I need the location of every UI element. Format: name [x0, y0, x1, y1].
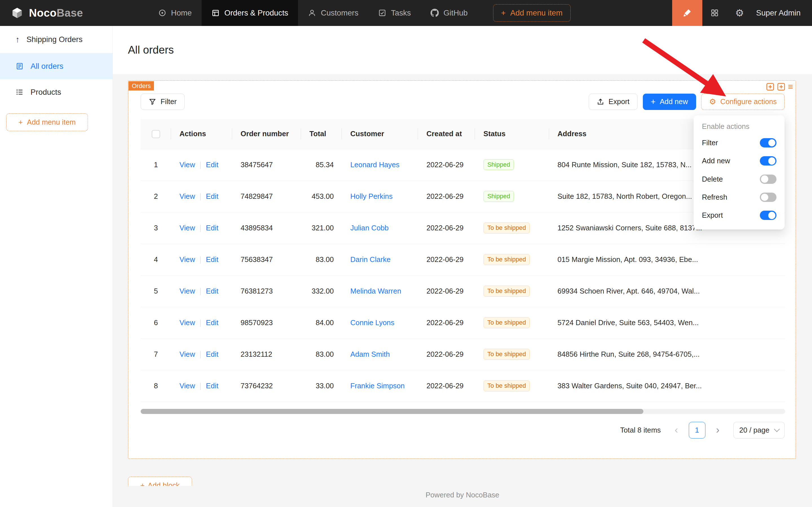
- enable-action-refresh[interactable]: Refresh: [702, 188, 777, 206]
- add-new-button[interactable]: + Add new: [643, 94, 696, 110]
- created-at-cell: 2022-06-29: [418, 180, 475, 212]
- table-row: 3 ViewEdit 43895834 321.00 Julian Cobb 2…: [141, 212, 786, 244]
- enable-action-filter[interactable]: Filter: [702, 134, 777, 152]
- action-divider: [200, 383, 201, 390]
- filter-toggle[interactable]: [760, 138, 776, 148]
- apps-grid-icon: [710, 9, 719, 17]
- add-block-below-icon[interactable]: [777, 82, 785, 91]
- customer-link[interactable]: Connie Lyons: [350, 319, 395, 327]
- add-menu-item-button-topnav[interactable]: + Add menu item: [493, 4, 571, 22]
- home-icon: [158, 9, 166, 17]
- edit-link[interactable]: Edit: [206, 319, 218, 327]
- plus-icon: +: [19, 118, 23, 126]
- customer-cell: Holly Perkins: [342, 180, 418, 212]
- row-index: 8: [141, 370, 171, 401]
- export-button[interactable]: Export: [589, 94, 638, 110]
- created-at-cell: 2022-06-29: [418, 212, 475, 244]
- view-link[interactable]: View: [179, 161, 195, 169]
- created-at-cell: 2022-06-29: [418, 338, 475, 370]
- nav-item-home[interactable]: Home: [148, 0, 201, 26]
- customer-link[interactable]: Adam Smith: [350, 350, 390, 358]
- view-link[interactable]: View: [179, 256, 195, 263]
- customer-link[interactable]: Julian Cobb: [350, 224, 389, 232]
- select-all-checkbox[interactable]: [152, 130, 160, 138]
- nav-item-customers[interactable]: Customers: [298, 0, 368, 26]
- customer-cell: Julian Cobb: [342, 212, 418, 244]
- table-row: 1 ViewEdit 38475647 85.34 Leonard Hayes …: [141, 149, 786, 180]
- sidebar-item-shipping-orders[interactable]: ↑ Shipping Orders: [0, 26, 113, 53]
- sidebar: ↑ Shipping Orders All orders Products + …: [0, 26, 113, 507]
- chevron-left-icon: ‹: [675, 424, 678, 436]
- row-index: 6: [141, 307, 171, 338]
- plugin-manager-button[interactable]: [702, 0, 727, 26]
- edit-link[interactable]: Edit: [206, 287, 218, 295]
- view-link[interactable]: View: [179, 382, 195, 390]
- page-number-button[interactable]: 1: [689, 422, 705, 439]
- edit-link[interactable]: Edit: [206, 256, 218, 263]
- settings-button[interactable]: ⚙: [727, 0, 752, 26]
- edit-link[interactable]: Edit: [206, 224, 218, 232]
- view-link[interactable]: View: [179, 350, 195, 358]
- customer-link[interactable]: Leonard Hayes: [350, 161, 400, 169]
- delete-toggle[interactable]: [760, 175, 776, 184]
- drag-handle-icon[interactable]: ≡: [788, 82, 793, 91]
- customer-cell: Melinda Warren: [342, 275, 418, 307]
- edit-link[interactable]: Edit: [206, 192, 218, 200]
- filter-button[interactable]: Filter: [141, 94, 185, 110]
- created-at-cell: 2022-06-29: [418, 149, 475, 180]
- customer-link[interactable]: Melinda Warren: [350, 287, 401, 295]
- status-tag: To be shipped: [483, 286, 530, 297]
- orders-products-icon: [212, 9, 220, 17]
- add-new-toggle[interactable]: [760, 156, 776, 166]
- edit-link[interactable]: Edit: [206, 350, 218, 358]
- list-icon: [15, 88, 24, 96]
- customer-link[interactable]: Frankie Simpson: [350, 382, 405, 390]
- refresh-toggle[interactable]: [760, 192, 776, 202]
- export-toggle[interactable]: [760, 211, 776, 220]
- add-block-above-icon[interactable]: [766, 82, 774, 91]
- nocobase-logo[interactable]: NocoBase: [0, 0, 93, 26]
- view-link[interactable]: View: [179, 319, 195, 327]
- sidebar-item-all-orders[interactable]: All orders: [0, 53, 113, 79]
- enable-action-add-new[interactable]: Add new: [702, 152, 777, 170]
- enable-action-export[interactable]: Export: [702, 207, 777, 224]
- total-cell: 332.00: [301, 275, 342, 307]
- enable-action-delete[interactable]: Delete: [702, 170, 777, 188]
- customer-link[interactable]: Darin Clarke: [350, 256, 391, 263]
- add-block-button[interactable]: + Add block: [128, 476, 192, 486]
- nav-item-orders-products[interactable]: Orders & Products: [201, 0, 298, 26]
- view-link[interactable]: View: [179, 224, 195, 232]
- created-at-cell: 2022-06-29: [418, 275, 475, 307]
- page-size-select[interactable]: 20 / page: [733, 422, 785, 439]
- customer-link[interactable]: Holly Perkins: [350, 192, 393, 200]
- nav-item-tasks[interactable]: Tasks: [368, 0, 421, 26]
- row-index: 7: [141, 338, 171, 370]
- scrollbar-thumb[interactable]: [141, 409, 644, 414]
- column-header-order-number: Order number: [232, 119, 301, 149]
- sidebar-item-products[interactable]: Products: [0, 79, 113, 105]
- status-cell: Shipped: [475, 149, 549, 180]
- created-at-cell: 2022-06-29: [418, 307, 475, 338]
- edit-link[interactable]: Edit: [206, 161, 218, 169]
- edit-link[interactable]: Edit: [206, 382, 218, 390]
- status-tag: To be shipped: [483, 317, 530, 328]
- add-menu-item-button-sidebar[interactable]: + Add menu item: [6, 113, 88, 131]
- ui-editor-button[interactable]: [672, 0, 702, 26]
- address-cell: 5724 Daniel Drive, Suite 563, 54403, Wen…: [549, 307, 786, 338]
- view-link[interactable]: View: [179, 192, 195, 200]
- address-cell: 383 Walter Gardens, Suite 040, 24947, Be…: [549, 370, 786, 401]
- add-block-clipped: + Add block: [128, 476, 193, 486]
- order-number-cell: 75638347: [232, 244, 301, 275]
- total-cell: 33.00: [301, 370, 342, 401]
- view-link[interactable]: View: [179, 287, 195, 295]
- order-number-cell: 73764232: [232, 370, 301, 401]
- nav-item-github[interactable]: GitHub: [421, 0, 477, 26]
- next-page-button[interactable]: ›: [709, 422, 726, 439]
- status-cell: To be shipped: [475, 244, 549, 275]
- column-header-customer: Customer: [342, 119, 418, 149]
- table-row: 7 ViewEdit 23132112 83.00 Adam Smith 202…: [141, 338, 786, 370]
- user-menu[interactable]: Super Admin: [752, 8, 812, 17]
- filter-icon: [149, 98, 157, 106]
- configure-actions-button[interactable]: ⚙ Configure actions: [701, 94, 785, 110]
- previous-page-button[interactable]: ‹: [668, 422, 685, 439]
